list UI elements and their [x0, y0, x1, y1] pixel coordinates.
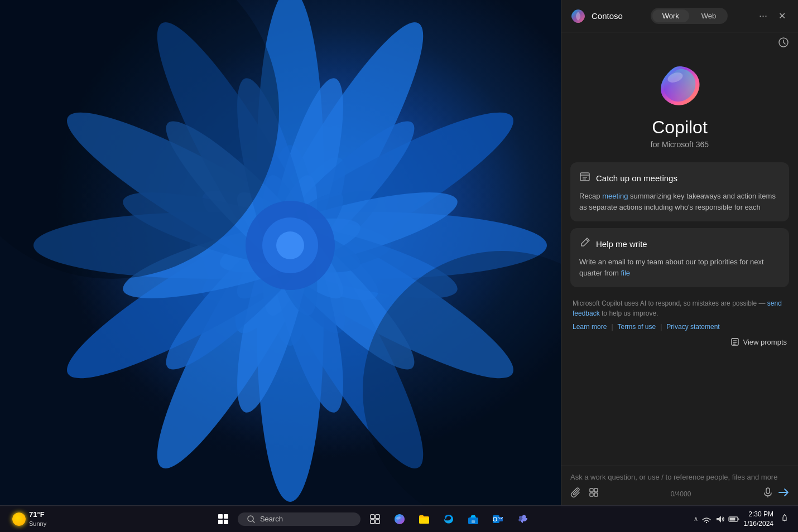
input-placeholder[interactable]: Ask a work question, or use / to referen…	[570, 473, 789, 481]
svg-line-49	[253, 521, 254, 523]
svg-rect-44	[590, 493, 593, 496]
svg-rect-64	[729, 518, 735, 520]
panel-content: Copilot for Microsoft 365 Catch up on me…	[561, 55, 798, 466]
svg-rect-51	[376, 515, 379, 519]
task-view-icon	[370, 514, 380, 524]
notification-icon	[780, 514, 789, 523]
svg-rect-46	[766, 488, 770, 494]
taskbar-left: 71°F Sunny	[0, 508, 59, 530]
catch-up-title: Catch up on meetings	[596, 173, 677, 183]
start-button[interactable]	[213, 509, 233, 529]
network-icon	[701, 514, 712, 524]
org-name: Contoso	[592, 11, 623, 21]
copilot-taskbar-icon	[393, 513, 406, 525]
search-icon	[247, 515, 256, 524]
outlook-icon	[492, 513, 504, 525]
panel-input-area: Ask a work question, or use / to referen…	[561, 466, 798, 507]
disclaimer-text: Microsoft Copilot uses AI to respond, so…	[573, 298, 787, 318]
catch-up-body: Recap meeting summarizing key takeaways …	[579, 191, 780, 212]
svg-rect-33	[580, 173, 589, 181]
tab-work[interactable]: Work	[652, 9, 689, 22]
char-count: 0/4000	[671, 490, 691, 498]
svg-rect-56	[472, 520, 475, 523]
catch-up-card-header: Catch up on meetings	[579, 171, 780, 185]
weather-widget[interactable]: 71°F Sunny	[7, 508, 52, 530]
view-prompts-button[interactable]: View prompts	[730, 337, 787, 346]
panel-logo-area: Contoso	[570, 8, 623, 24]
plugins-button[interactable]	[588, 487, 599, 501]
more-options-button[interactable]: ···	[756, 9, 771, 23]
svg-rect-42	[590, 489, 593, 492]
catch-up-card[interactable]: Catch up on meetings Recap meeting summa…	[570, 162, 789, 221]
learn-more-link[interactable]: Learn more	[573, 323, 607, 331]
view-prompts-label: View prompts	[743, 338, 787, 346]
meeting-link[interactable]: meeting	[602, 192, 628, 200]
taskbar: 71°F Sunny Search	[0, 505, 798, 532]
search-bar[interactable]: Search	[238, 512, 360, 526]
temperature: 71°F	[29, 510, 46, 520]
copilot-taskbar-button[interactable]	[390, 509, 410, 529]
taskbar-center: Search	[59, 509, 686, 529]
clock[interactable]: 2:30 PM 1/16/2024	[744, 510, 773, 529]
svg-point-62	[705, 521, 706, 523]
copilot-subtitle: for Microsoft 365	[651, 140, 709, 149]
svg-rect-43	[594, 489, 598, 492]
close-panel-button[interactable]: ✕	[775, 9, 789, 22]
svg-line-37	[586, 239, 588, 241]
catch-up-icon	[579, 171, 590, 185]
clock-time: 2:30 PM	[744, 510, 773, 519]
copilot-panel: Contoso Work Web ··· ✕	[561, 0, 798, 507]
store-button[interactable]	[463, 509, 483, 529]
edge-icon	[443, 513, 455, 525]
input-box: 0/4000	[570, 487, 789, 501]
search-bar-text: Search	[260, 515, 283, 523]
disclaimer-links: Learn more | Terms of use | Privacy stat…	[573, 323, 787, 331]
copilot-logo-large-icon	[657, 64, 702, 108]
view-prompts-row: View prompts	[570, 337, 789, 346]
teams-icon	[516, 513, 528, 525]
copilot-logo-small-icon	[570, 8, 586, 24]
windows-logo-icon	[218, 514, 228, 524]
file-explorer-icon	[418, 513, 430, 525]
terms-of-use-link[interactable]: Terms of use	[618, 323, 656, 331]
svg-point-58	[493, 518, 496, 521]
help-write-card[interactable]: Help me write Write an email to my team …	[570, 228, 789, 287]
desktop-wallpaper	[0, 0, 561, 507]
attach-button[interactable]	[570, 487, 581, 501]
svg-point-28	[276, 231, 304, 259]
svg-rect-50	[371, 515, 374, 519]
system-tray: ∧	[694, 514, 739, 524]
outlook-button[interactable]	[488, 509, 508, 529]
help-write-card-header: Help me write	[579, 237, 780, 251]
history-button[interactable]	[778, 37, 789, 50]
send-button[interactable]	[778, 487, 789, 501]
weather-condition: Sunny	[29, 520, 46, 528]
store-icon	[467, 513, 479, 525]
file-link[interactable]: file	[621, 269, 630, 277]
task-view-button[interactable]	[365, 509, 385, 529]
notification-button[interactable]	[778, 511, 791, 526]
teams-button[interactable]	[512, 509, 532, 529]
history-row	[561, 32, 798, 55]
panel-header: Contoso Work Web ··· ✕	[561, 0, 798, 32]
weather-icon	[12, 512, 26, 526]
weather-text: 71°F Sunny	[29, 510, 46, 528]
book-icon	[730, 337, 739, 346]
help-write-body: Write an email to my team about our top …	[579, 257, 780, 278]
tab-web[interactable]: Web	[691, 9, 727, 22]
show-hidden-icons-button[interactable]: ∧	[694, 515, 698, 523]
disclaimer: Microsoft Copilot uses AI to respond, so…	[570, 298, 789, 331]
write-icon	[579, 237, 590, 251]
history-icon	[778, 37, 789, 48]
volume-icon	[715, 514, 725, 524]
panel-actions: ··· ✕	[756, 9, 789, 23]
privacy-statement-link[interactable]: Privacy statement	[666, 323, 719, 331]
battery-icon	[728, 516, 739, 523]
clock-date: 1/16/2024	[744, 519, 773, 529]
help-write-title: Help me write	[596, 239, 647, 249]
file-explorer-button[interactable]	[414, 509, 434, 529]
edge-button[interactable]	[439, 509, 459, 529]
input-tools	[570, 487, 599, 501]
microphone-button[interactable]	[762, 487, 773, 501]
svg-rect-53	[376, 520, 379, 524]
